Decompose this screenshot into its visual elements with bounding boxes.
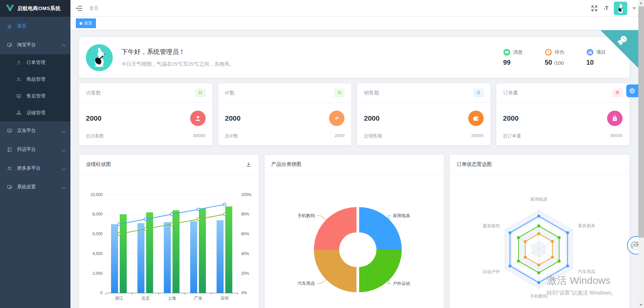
avatar[interactable] <box>614 2 627 15</box>
svg-text:家用电器: 家用电器 <box>530 197 548 202</box>
svg-text:0: 0 <box>100 291 103 295</box>
top-header: 首页 тT <box>70 0 644 17</box>
svg-text:北京: 北京 <box>141 296 150 301</box>
period-badge: 日 <box>334 89 344 97</box>
welcome-avatar <box>86 44 113 71</box>
scrollbar-down-arrow[interactable] <box>640 304 642 306</box>
welcome-stat-value: 50 /100 <box>545 59 564 66</box>
stat-cards-row: 访客数日2000总访客数30000IP数日2000IP总IP数2000销售额月2… <box>79 83 630 145</box>
monitor-gear-icon <box>7 184 12 190</box>
svg-text:家用电器: 家用电器 <box>393 213 410 218</box>
monitor-check-icon <box>7 128 12 134</box>
font-size-icon[interactable]: тT <box>603 6 608 11</box>
svg-text:手机数码: 手机数码 <box>298 213 315 218</box>
cluster-icon <box>16 110 22 116</box>
header-actions: тT <box>591 0 636 17</box>
charts-row: 业绩柱状图 02,0004,0006,0008,00010,0000%20%40… <box>79 155 630 308</box>
welcome-card: 下午好，系统管理员！ 今日天气晴朗，气温在15℃至25℃之间，东南风。 消息99… <box>79 37 630 78</box>
stat-card: 销售额月2000总销售额30000 <box>357 83 491 145</box>
bar-chart-header: 业绩柱状图 <box>79 155 259 174</box>
wallet-icon <box>468 111 484 126</box>
chevron-up-icon <box>62 43 66 47</box>
bar-chart-icon <box>586 49 594 56</box>
book-icon <box>7 147 12 152</box>
stat-card-value: 2000 <box>364 114 380 122</box>
person-icon <box>190 111 206 126</box>
fullscreen-icon[interactable] <box>591 5 598 12</box>
users-icon <box>7 166 12 171</box>
breadcrumb[interactable]: 首页 <box>89 5 99 11</box>
welcome-stats: 消息99待办50 /100项目10 <box>503 49 606 66</box>
svg-text:运动户外: 运动户外 <box>483 269 500 274</box>
sidebar-item[interactable]: 抖店平台 <box>0 140 70 159</box>
sidebar-menu: 首页淘宝平台订单管理商品管理售后管理店铺管理京东平台抖店平台拼多多平台系统设置 <box>0 17 70 196</box>
chevron-down-icon <box>62 148 66 151</box>
scrollbar-thumb[interactable] <box>638 6 644 238</box>
chevron-down-icon <box>62 185 66 189</box>
welcome-stat-value: 99 <box>503 59 523 66</box>
scrollbar-up-arrow[interactable] <box>640 2 642 4</box>
sidebar-subitem[interactable]: 店铺管理 <box>0 105 70 121</box>
weather-note: 今日天气晴朗，气温在15℃至25℃之间，东南风。 <box>121 61 234 67</box>
sidebar-item[interactable]: 京东平台 <box>0 121 70 140</box>
period-badge: 季 <box>612 89 623 97</box>
sidebar-subitem[interactable]: 商品管理 <box>0 71 70 88</box>
svg-text:上海: 上海 <box>168 296 176 301</box>
clock-icon <box>545 49 552 56</box>
svg-text:80%: 80% <box>241 212 249 217</box>
welcome-stat-label: 消息 <box>513 49 523 55</box>
sidebar-item-label: 京东平台 <box>17 128 36 134</box>
stat-card-value: 2000 <box>225 114 241 122</box>
sidebar-subitem-label: 商品管理 <box>26 76 45 82</box>
sidebar-item[interactable]: 首页 <box>0 17 70 36</box>
sidebar-item-label: 首页 <box>17 23 26 29</box>
sidebar-collapse-icon[interactable] <box>75 5 83 12</box>
svg-text:100%: 100% <box>241 192 252 197</box>
sidebar-item[interactable]: 淘宝平台 <box>0 36 70 54</box>
radar-chart-title: 订单状态雷达图 <box>457 161 492 168</box>
ip-icon: IP <box>329 111 344 126</box>
sidebar-item[interactable]: 拼多多平台 <box>0 159 70 178</box>
svg-text:广东: 广东 <box>194 296 203 301</box>
stat-card: IP数日2000IP总IP数2000 <box>218 83 352 145</box>
pie-chart-card: 产品分类饼图 家用电器手机数码汽车用品户外运动 <box>264 155 444 308</box>
bar-chart-title: 业绩柱状图 <box>86 161 111 168</box>
stat-card-footer-label: 总销售额 <box>364 133 382 139</box>
stat-card-footer-value: 30000 <box>610 133 623 139</box>
gear-icon <box>629 87 636 95</box>
radar-chart: 家用电器家具厨具汽车用品手机数码运动户外服装箱包 <box>450 174 629 308</box>
sidebar-subitem[interactable]: 订单管理 <box>0 54 70 71</box>
svg-text:IP: IP <box>335 116 339 120</box>
app-title: 启航电商OMS系统 <box>17 5 61 12</box>
sidebar-subitem-label: 售后管理 <box>26 93 45 99</box>
svg-text:家具厨具: 家具厨具 <box>578 223 595 228</box>
pie-chart: 家用电器手机数码汽车用品户外运动 <box>265 174 444 308</box>
svg-text:汽车用品: 汽车用品 <box>578 269 595 274</box>
svg-text:60%: 60% <box>241 232 249 236</box>
svg-text:浙江: 浙江 <box>115 296 123 301</box>
page-scrollbar <box>638 0 644 308</box>
sidebar-subitem[interactable]: 售后管理 <box>0 88 70 105</box>
chevron-down-icon[interactable] <box>633 7 636 9</box>
tab-home[interactable]: 首页 <box>76 18 96 28</box>
sidebar-subitem-label: 店铺管理 <box>26 110 45 116</box>
monitor-check-icon <box>16 94 22 99</box>
sidebar-item-label: 系统设置 <box>17 184 36 190</box>
vue-logo-icon <box>6 5 14 12</box>
svg-text:汽车用品: 汽车用品 <box>298 281 315 286</box>
tab-bar: 首页 <box>70 17 644 30</box>
stat-card-value: 2000 <box>86 114 102 122</box>
download-icon[interactable] <box>245 161 252 168</box>
svg-text:服装箱包: 服装箱包 <box>483 223 500 228</box>
theme-settings-button[interactable] <box>626 84 638 97</box>
users-icon <box>16 77 22 82</box>
pie-chart-title: 产品分类饼图 <box>271 161 302 168</box>
app-logo-bar[interactable]: 启航电商OMS系统 <box>0 0 70 17</box>
stat-card-value: 2000 <box>503 114 519 122</box>
stat-card-footer-value: 30000 <box>193 133 206 139</box>
sidebar-item-label: 淘宝平台 <box>17 42 36 48</box>
stat-card-title: 销售额 <box>364 90 379 96</box>
sidebar-item[interactable]: 系统设置 <box>0 178 70 196</box>
radar-chart-card: 订单状态雷达图 家用电器家具厨具汽车用品手机数码运动户外服装箱包 <box>449 155 630 308</box>
welcome-stat: 消息99 <box>503 49 523 66</box>
